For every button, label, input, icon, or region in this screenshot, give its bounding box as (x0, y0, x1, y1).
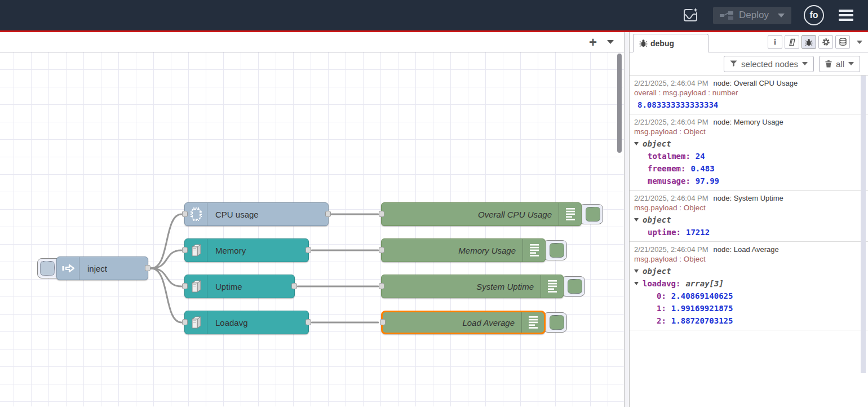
canvas-vertical-scrollbar[interactable] (617, 54, 622, 153)
message-timestamp: 2/21/2025, 2:46:04 PM (634, 118, 708, 126)
object-value: 0.483 (690, 164, 714, 173)
object-key: memusage: (648, 176, 690, 185)
debug-clear-button[interactable]: all (819, 56, 860, 72)
debug-tab-button[interactable] (801, 35, 816, 49)
debug-message[interactable]: 2/21/2025, 2:46:04 PMnode: Memory Usage … (630, 114, 868, 191)
flow-canvas[interactable]: inject CPU usage (0, 52, 624, 406)
inject-arrow-icon (57, 257, 79, 280)
node-label: Memory Usage (458, 246, 522, 255)
expand-caret-icon[interactable] (634, 269, 639, 273)
message-node-name: node: Overall CPU Usage (714, 79, 798, 87)
debug-message[interactable]: 2/21/2025, 2:46:04 PMnode: System Uptime… (630, 191, 868, 242)
avatar-initials: fo (809, 10, 818, 20)
info-tab-button[interactable]: i (768, 35, 782, 49)
object-key: totalmem: (648, 152, 690, 161)
flow-assistant-icon[interactable] (681, 6, 701, 25)
node-output-port[interactable] (325, 211, 331, 217)
header-bar: Deploy fo (0, 0, 868, 30)
cpu-chip-icon (185, 203, 207, 225)
flow-node-loadavg[interactable]: Loadavg (184, 311, 309, 334)
debug-filter-button[interactable]: selected nodes (724, 56, 814, 72)
deploy-button[interactable]: Deploy (713, 7, 791, 24)
debug-enable-toggle[interactable] (543, 240, 567, 260)
debug-enable-toggle[interactable] (561, 276, 585, 297)
sidebar-menu-caret-icon[interactable] (857, 41, 862, 44)
node-input-port[interactable] (380, 319, 386, 325)
bug-icon (639, 39, 648, 47)
bug-icon (805, 38, 813, 46)
tab-debug[interactable]: debug (633, 34, 708, 52)
debug-message-list[interactable]: 2/21/2025, 2:46:04 PMnode: Overall CPU U… (630, 76, 868, 407)
node-input-port[interactable] (379, 211, 384, 217)
debug-enable-toggle[interactable] (579, 204, 603, 224)
debug-message[interactable]: 2/21/2025, 2:46:04 PMnode: Load Average … (630, 242, 868, 330)
add-flow-button[interactable]: + (589, 36, 597, 49)
message-property-path: overall : msg.payload : number (634, 89, 856, 97)
object-value: 97.99 (696, 176, 719, 185)
object-expander[interactable]: object (643, 139, 671, 148)
array-value: 1.88720703125 (671, 316, 733, 325)
trash-icon (825, 60, 832, 68)
expand-caret-icon[interactable] (634, 142, 639, 145)
node-label: Overall CPU Usage (478, 210, 559, 219)
context-data-tab-button[interactable] (835, 35, 850, 49)
message-property-path: msg.payload : Object (634, 255, 856, 263)
node-label: Memory (207, 246, 246, 255)
flow-node-cpu-usage[interactable]: CPU usage (184, 202, 329, 226)
server-icon (185, 275, 207, 298)
deploy-dropdown-caret-icon[interactable] (778, 14, 785, 17)
node-output-port[interactable] (305, 319, 311, 325)
sidebar-splitter[interactable] (625, 32, 629, 407)
array-type: array[3] (685, 279, 723, 288)
debug-filter-bar: selected nodes all (630, 52, 868, 76)
node-output-port[interactable] (305, 247, 311, 253)
message-timestamp: 2/21/2025, 2:46:04 PM (634, 245, 708, 254)
filter-funnel-icon (730, 60, 737, 67)
debug-message[interactable]: 2/21/2025, 2:46:04 PMnode: Overall CPU U… (630, 76, 868, 114)
node-label: Load Average (462, 318, 521, 328)
node-input-port[interactable] (182, 211, 188, 217)
node-label: System Uptime (476, 282, 541, 291)
flow-node-debug-overall-cpu[interactable]: Overall CPU Usage (381, 202, 582, 226)
flow-node-uptime[interactable]: Uptime (184, 275, 295, 298)
message-timestamp: 2/21/2025, 2:46:04 PM (634, 194, 708, 202)
object-expander[interactable]: object (643, 215, 671, 224)
flow-node-debug-load-average[interactable]: Load Average (381, 311, 546, 334)
help-tab-button[interactable] (785, 35, 799, 49)
expand-caret-icon[interactable] (634, 218, 639, 222)
array-value: 2.40869140625 (671, 291, 733, 300)
gear-icon (822, 38, 830, 46)
debug-enable-toggle[interactable] (543, 312, 567, 333)
object-expander[interactable]: object (643, 267, 671, 276)
flow-node-inject[interactable]: inject (56, 256, 148, 280)
message-node-name: node: Memory Usage (714, 118, 783, 126)
flow-node-debug-memory-usage[interactable]: Memory Usage (381, 238, 546, 262)
array-index: 0: (657, 291, 666, 300)
array-key[interactable]: loadavg: (643, 279, 680, 288)
config-tab-button[interactable] (818, 35, 833, 49)
node-output-port[interactable] (291, 283, 297, 289)
server-icon (185, 239, 207, 262)
node-input-port[interactable] (182, 283, 188, 289)
expand-caret-icon[interactable] (634, 282, 639, 285)
message-value: 8.083333333333334 (637, 100, 718, 109)
user-avatar[interactable]: fo (804, 5, 824, 25)
node-input-port[interactable] (182, 319, 188, 325)
filter-label: selected nodes (741, 59, 798, 69)
message-node-name: node: System Uptime (714, 194, 783, 202)
object-key: uptime: (648, 228, 681, 237)
node-label: CPU usage (207, 210, 259, 219)
node-input-port[interactable] (182, 247, 188, 253)
node-label: Loadavg (207, 318, 248, 328)
debug-list-scroll-track[interactable] (861, 76, 866, 373)
node-input-port[interactable] (379, 283, 384, 289)
flow-node-debug-system-uptime[interactable]: System Uptime (381, 275, 564, 298)
array-value: 1.99169921875 (671, 304, 733, 313)
debug-sidebar: debug i (629, 32, 868, 407)
node-output-port[interactable] (145, 265, 150, 271)
flow-list-caret-icon[interactable] (607, 40, 614, 44)
node-input-port[interactable] (379, 247, 384, 253)
debug-list-icon (559, 203, 581, 225)
main-menu-icon[interactable] (836, 7, 856, 23)
flow-node-memory[interactable]: Memory (184, 238, 309, 262)
